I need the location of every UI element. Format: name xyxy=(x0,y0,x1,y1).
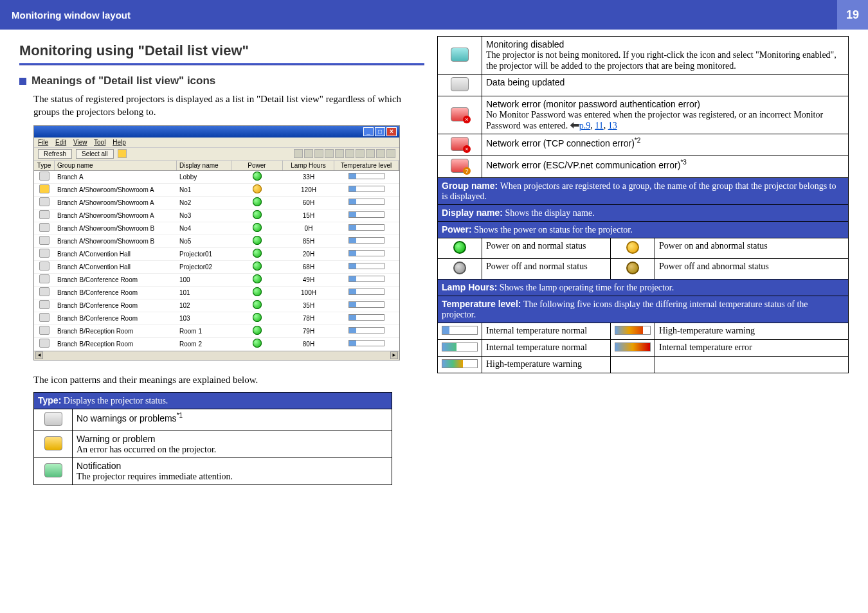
table-row[interactable]: Branch B/Conference Room10378H xyxy=(34,312,399,325)
power-on-normal-text: Power on and normal status xyxy=(482,238,611,259)
toolbar-icon[interactable] xyxy=(335,149,344,158)
table-row[interactable]: Branch A/Showroom/Showroom BNo40H xyxy=(34,222,399,235)
temp-bar-icon xyxy=(348,250,384,256)
toolbar-icon[interactable] xyxy=(325,149,334,158)
toolbar-icon[interactable] xyxy=(314,149,323,158)
menu-view[interactable]: View xyxy=(73,139,87,146)
projector-warning-icon xyxy=(44,436,62,450)
warning-toolbar-icon[interactable] xyxy=(118,149,127,158)
window-titlebar: _ □ × xyxy=(34,126,399,138)
cell-lamp: 0H xyxy=(283,224,334,233)
toolbar-icon[interactable] xyxy=(356,149,365,158)
toolbar-icon[interactable] xyxy=(294,149,303,158)
table-row[interactable]: Branch ALobby33H xyxy=(34,171,399,184)
projector-type-icon xyxy=(39,197,50,206)
group-name-header: Group name: When projectors are register… xyxy=(438,178,849,205)
network-tcp-error-icon: × xyxy=(451,137,469,151)
toolbar-icon[interactable] xyxy=(345,149,354,158)
display-label: Display name: xyxy=(442,208,503,218)
col-power[interactable]: Power xyxy=(231,161,283,170)
link-11[interactable]: 11 xyxy=(595,121,603,130)
temp-bar-icon xyxy=(348,327,384,333)
table-row[interactable]: Branch A/Showroom/Showroom ANo315H xyxy=(34,209,399,222)
power-status-icon xyxy=(253,223,262,232)
table-row[interactable]: Branch B/Conference Room10235H xyxy=(34,299,399,312)
col-temp[interactable]: Temperature level xyxy=(334,161,399,170)
horizontal-scrollbar[interactable]: ◄ ► xyxy=(34,351,399,360)
pointer-icon xyxy=(570,122,579,129)
subsection-title: Meanings of "Detail list view" icons xyxy=(32,75,215,87)
projector-type-icon xyxy=(39,262,50,271)
cell-display: Projector01 xyxy=(177,250,231,258)
temp-label: Temperature level: xyxy=(442,299,521,309)
table-row[interactable]: Branch B/Reception RoomRoom 280H xyxy=(34,338,399,351)
menu-tool[interactable]: Tool xyxy=(94,139,105,146)
minimize-icon[interactable]: _ xyxy=(363,127,374,136)
cell-lamp: 35H xyxy=(283,301,334,310)
toolbar-icon[interactable] xyxy=(376,149,385,158)
net-auth-desc: No Monitor Password was entered when the… xyxy=(486,110,823,130)
temp-bar-icon xyxy=(348,237,384,244)
projector-type-icon xyxy=(39,172,50,181)
power-off-abnormal-icon xyxy=(626,262,639,274)
close-icon[interactable]: × xyxy=(386,127,397,136)
power-status-icon xyxy=(253,300,262,309)
type-header-desc: Displays the projector status. xyxy=(64,396,168,405)
temp-level-2-icon xyxy=(442,342,478,351)
group-label: Group name: xyxy=(442,181,498,191)
table-row: Internal temperature normal High-tempera… xyxy=(438,323,849,340)
link-13[interactable]: 13 xyxy=(608,121,617,130)
refresh-button[interactable]: Refresh xyxy=(38,149,72,159)
table-row[interactable]: Branch B/Conference Room101100H xyxy=(34,287,399,299)
table-row[interactable]: Branch A/Showroom/Showroom ANo260H xyxy=(34,197,399,209)
cell-lamp: 100H xyxy=(283,289,334,297)
toolbar-icon[interactable] xyxy=(304,149,313,158)
table-row[interactable]: Branch A/Convention HallProjector0268H xyxy=(34,261,399,274)
toolbar-icon[interactable] xyxy=(366,149,375,158)
table-row[interactable]: Branch A/Showroom/Showroom BNo585H xyxy=(34,235,399,248)
type-row-title: Warning or problem xyxy=(77,434,155,444)
toolbar-icon[interactable] xyxy=(386,149,395,158)
projector-type-icon xyxy=(39,210,50,219)
col-lamp[interactable]: Lamp Hours xyxy=(283,161,334,170)
power-on-ab-text: Power on and abnormal status xyxy=(655,238,849,259)
link-p9[interactable]: p.9 xyxy=(579,121,591,130)
table-row[interactable]: Branch B/Reception RoomRoom 179H xyxy=(34,325,399,338)
window-title-text xyxy=(37,128,39,135)
menu-help[interactable]: Help xyxy=(113,139,126,146)
power-off-normal-text: Power off and normal status xyxy=(482,259,611,280)
menu-file[interactable]: File xyxy=(38,139,48,146)
cell-lamp: 49H xyxy=(283,276,334,284)
cell-display: No3 xyxy=(177,211,231,220)
cell-display: No2 xyxy=(177,199,231,207)
type-row-title: Notification xyxy=(77,461,121,471)
cell-group: Branch B/Conference Room xyxy=(55,301,177,310)
table-row[interactable]: Branch B/Conference Room10049H xyxy=(34,274,399,287)
maximize-icon[interactable]: □ xyxy=(375,127,385,136)
cell-lamp: 79H xyxy=(283,327,334,335)
col-type[interactable]: Type xyxy=(34,161,55,170)
scroll-right-icon[interactable]: ► xyxy=(390,351,398,359)
select-all-button[interactable]: Select all xyxy=(76,149,114,159)
temp-bar-icon xyxy=(348,199,384,205)
type-row-desc: An error has occurred on the projector. xyxy=(77,445,216,454)
menu-edit[interactable]: Edit xyxy=(55,139,66,146)
table-row[interactable]: Branch A/Convention HallProjector0120H xyxy=(34,248,399,261)
cell-display: No4 xyxy=(177,224,231,233)
scroll-left-icon[interactable]: ◄ xyxy=(35,351,43,359)
table-body: Branch ALobby33HBranch A/Showroom/Showro… xyxy=(34,171,399,351)
col-display[interactable]: Display name xyxy=(177,161,231,170)
data-updating-icon xyxy=(451,77,469,91)
table-row: × Network error (monitor password authen… xyxy=(438,96,849,134)
table-row[interactable]: Branch A/Showroom/Showroom ANo1120H xyxy=(34,184,399,197)
monitoring-disabled-icon xyxy=(451,48,469,62)
cell-lamp: 78H xyxy=(283,314,334,323)
display-desc: Shows the display name. xyxy=(505,208,594,218)
table-row: ? Network error (ESC/VP.net communicatio… xyxy=(438,156,849,178)
page-number: 19 xyxy=(837,0,868,30)
projector-type-icon xyxy=(39,236,50,245)
table-row: × Network error (TCP connection error)*2 xyxy=(438,134,849,156)
cell-group: Branch A/Convention Hall xyxy=(55,250,177,258)
col-group[interactable]: Group name xyxy=(55,161,177,170)
cell-lamp: 120H xyxy=(283,186,334,194)
